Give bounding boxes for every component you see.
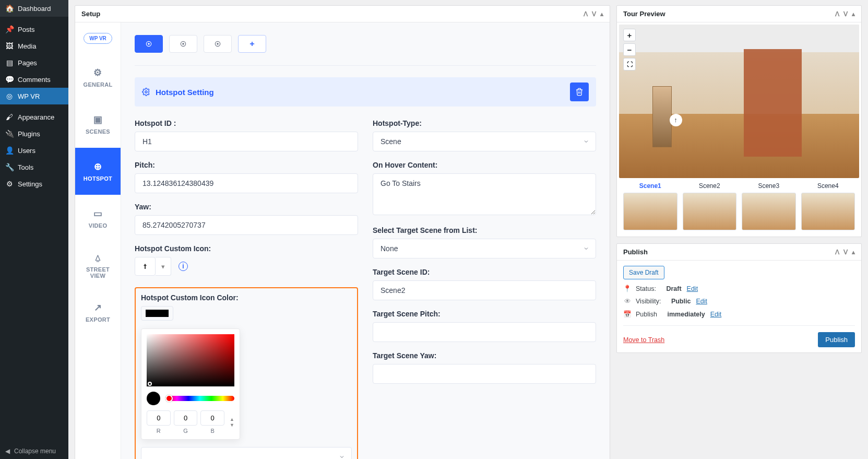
page-icon: ▤ bbox=[5, 58, 14, 67]
sidebar-item-posts[interactable]: 📌Posts bbox=[0, 21, 68, 38]
sidebar-item-pages[interactable]: ▤Pages bbox=[0, 54, 68, 71]
target-list-label: Select Target Scene from List: bbox=[373, 226, 596, 234]
hotspot-nav-1[interactable] bbox=[135, 35, 163, 53]
preview-hotspot[interactable]: ↑ bbox=[670, 114, 682, 126]
svg-point-3 bbox=[183, 43, 184, 44]
sidebar-item-comments[interactable]: 💬Comments bbox=[0, 71, 68, 88]
edit-schedule-link[interactable]: Edit bbox=[710, 311, 722, 318]
saturation-field[interactable] bbox=[147, 334, 234, 386]
brand-logo: WP VR bbox=[75, 22, 121, 54]
eye-icon: 👁 bbox=[623, 298, 632, 305]
sidebar-item-appearance[interactable]: 🖌Appearance bbox=[0, 109, 68, 125]
brush-icon: 🖌 bbox=[5, 113, 14, 121]
target-icon: ⊕ bbox=[94, 161, 102, 172]
panel-toggle-icon[interactable]: ▴ bbox=[852, 249, 855, 256]
panel-up-icon[interactable]: ᐱ bbox=[584, 10, 588, 18]
video-icon: ▭ bbox=[93, 208, 102, 219]
target-list-select[interactable]: None bbox=[373, 239, 596, 258]
color-b-input[interactable] bbox=[200, 410, 224, 426]
publish-title: Publish bbox=[623, 248, 648, 256]
yaw-input[interactable] bbox=[135, 215, 358, 235]
sidebar-item-plugins[interactable]: 🔌Plugins bbox=[0, 125, 68, 142]
wp-admin-sidebar: 🏠Dashboard 📌Posts 🖼Media ▤Pages 💬Comment… bbox=[0, 0, 68, 459]
sidebar-item-tools[interactable]: 🔧Tools bbox=[0, 159, 68, 175]
sidebar-item-wpvr[interactable]: ◎WP VR bbox=[0, 88, 68, 104]
custom-icon-picker[interactable] bbox=[135, 257, 156, 276]
custom-icon-dropdown[interactable]: ▾ bbox=[156, 257, 171, 276]
delete-hotspot-button[interactable] bbox=[570, 83, 589, 101]
hotspot-setting-banner: Hotspot Setting bbox=[135, 77, 596, 107]
target-id-input[interactable] bbox=[373, 280, 596, 300]
tab-street-view[interactable]: ⍙STREET VIEW bbox=[75, 242, 121, 289]
publish-panel: Publish ᐱᐯ▴ Save Draft 📍Status: DraftEdi… bbox=[616, 243, 862, 353]
setup-panel: Setup ᐱ ᐯ ▴ WP VR ⚙GENERAL ▣SCENES ⊕HOTS… bbox=[75, 5, 610, 459]
chat-icon: 💬 bbox=[5, 75, 14, 84]
pin-icon: ⍙ bbox=[95, 252, 101, 263]
color-r-input[interactable] bbox=[147, 410, 171, 426]
zoom-out-button[interactable]: − bbox=[623, 43, 636, 56]
collapse-menu[interactable]: ◀Collapse menu bbox=[0, 443, 68, 459]
color-picker-highlight: Hotspot Custom Icon Color: R bbox=[135, 287, 358, 459]
tab-hotspot[interactable]: ⊕HOTSPOT bbox=[75, 148, 121, 195]
arrow-up-icon bbox=[142, 263, 148, 270]
hover-content-label: On Hover Content: bbox=[373, 161, 596, 169]
hotspot-type-select[interactable]: Scene bbox=[373, 132, 596, 151]
hotspot-nav-add[interactable] bbox=[238, 35, 266, 53]
sliders-icon: ⚙ bbox=[5, 180, 14, 188]
collapse-icon: ◀ bbox=[5, 448, 10, 455]
sidebar-item-settings[interactable]: ⚙Settings bbox=[0, 175, 68, 192]
hover-content-input[interactable]: Go To Stairs bbox=[373, 173, 596, 215]
current-color-circle bbox=[147, 392, 160, 405]
target-pitch-input[interactable] bbox=[373, 322, 596, 342]
publish-button[interactable]: Publish bbox=[818, 332, 855, 347]
custom-icon-label: Hotspot Custom Icon: bbox=[135, 244, 358, 253]
tab-video[interactable]: ▭VIDEO bbox=[75, 195, 121, 242]
panel-down-icon[interactable]: ᐯ bbox=[592, 10, 596, 18]
panel-toggle-icon[interactable]: ▴ bbox=[852, 10, 855, 18]
tour-preview-title: Tour Preview bbox=[623, 10, 665, 18]
info-icon[interactable]: i bbox=[179, 262, 188, 271]
scene-thumb-4[interactable]: Scene4 bbox=[801, 182, 855, 230]
share-icon: ↗ bbox=[94, 302, 102, 313]
panel-toggle-icon[interactable]: ▴ bbox=[600, 10, 603, 18]
target-yaw-input[interactable] bbox=[373, 364, 596, 384]
scene-thumb-1[interactable]: Scene1 bbox=[623, 182, 677, 230]
hotspot-id-input[interactable] bbox=[135, 132, 358, 151]
yaw-label: Yaw: bbox=[135, 203, 358, 211]
pin-icon: 📍 bbox=[623, 285, 632, 292]
animation-select[interactable] bbox=[141, 447, 352, 459]
panel-up-icon[interactable]: ᐱ bbox=[835, 249, 839, 256]
gauge-icon: 🏠 bbox=[5, 4, 14, 13]
sidebar-item-media[interactable]: 🖼Media bbox=[0, 38, 68, 54]
color-mode-toggle[interactable]: ▲▼ bbox=[230, 417, 234, 428]
user-icon: 👤 bbox=[5, 146, 14, 155]
edit-status-link[interactable]: Edit bbox=[687, 285, 698, 292]
pitch-input[interactable] bbox=[135, 173, 358, 193]
tab-scenes[interactable]: ▣SCENES bbox=[75, 101, 121, 148]
hotspot-nav-2[interactable] bbox=[169, 35, 197, 53]
vertical-tabs: WP VR ⚙GENERAL ▣SCENES ⊕HOTSPOT ▭VIDEO ⍙… bbox=[75, 22, 121, 459]
move-to-trash-link[interactable]: Move to Trash bbox=[623, 336, 664, 344]
hue-slider[interactable] bbox=[165, 396, 234, 401]
calendar-icon: 📅 bbox=[623, 310, 632, 318]
wrench-icon: 🔧 bbox=[5, 163, 14, 171]
scene-thumb-3[interactable]: Scene3 bbox=[742, 182, 796, 230]
zoom-in-button[interactable]: + bbox=[623, 29, 636, 41]
hotspot-nav-3[interactable] bbox=[204, 35, 232, 53]
sidebar-item-dashboard[interactable]: 🏠Dashboard bbox=[0, 0, 68, 17]
panel-down-icon[interactable]: ᐯ bbox=[843, 10, 848, 18]
edit-visibility-link[interactable]: Edit bbox=[696, 298, 707, 305]
hotspot-nav bbox=[135, 35, 596, 53]
panel-down-icon[interactable]: ᐯ bbox=[843, 249, 848, 256]
panel-up-icon[interactable]: ᐱ bbox=[835, 10, 839, 18]
scene-thumb-2[interactable]: Scene2 bbox=[683, 182, 737, 230]
sidebar-item-users[interactable]: 👤Users bbox=[0, 142, 68, 159]
tab-export[interactable]: ↗EXPORT bbox=[75, 289, 121, 336]
save-draft-button[interactable]: Save Draft bbox=[623, 266, 664, 279]
tab-general[interactable]: ⚙GENERAL bbox=[75, 54, 121, 101]
color-swatch[interactable] bbox=[141, 306, 173, 321]
color-g-input[interactable] bbox=[174, 410, 198, 426]
target-pitch-label: Target Scene Pitch: bbox=[373, 310, 596, 318]
fullscreen-button[interactable]: ⛶ bbox=[623, 58, 636, 70]
preview-viewport[interactable]: + − ⛶ ↑ bbox=[619, 25, 859, 178]
